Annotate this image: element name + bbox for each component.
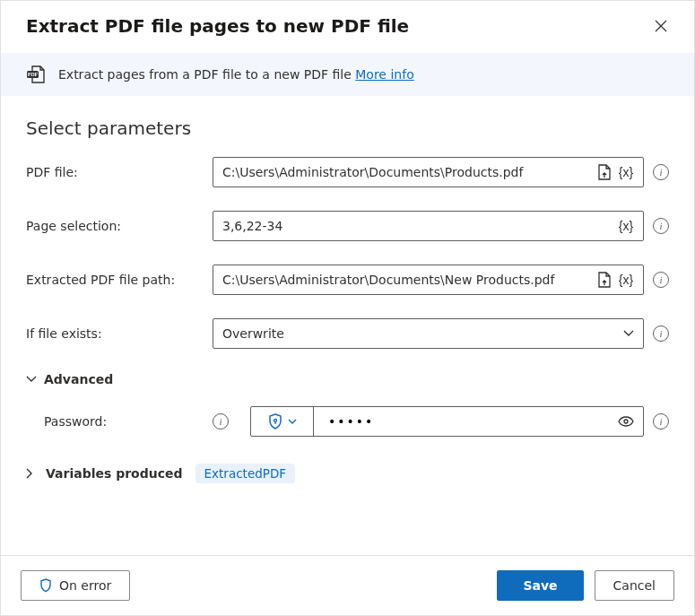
- variable-picker-button[interactable]: {x}: [614, 165, 638, 179]
- page-selection-info-button[interactable]: i: [653, 218, 669, 234]
- if-exists-select[interactable]: Overwrite: [213, 318, 644, 349]
- password-info-button-right[interactable]: i: [653, 413, 669, 429]
- password-label-wrap: Password:: [44, 414, 213, 429]
- password-info-button-left[interactable]: i: [213, 413, 229, 429]
- pdf-file-value: C:\Users\Administrator\Documents\Product…: [222, 165, 595, 179]
- file-picker-button[interactable]: [595, 162, 614, 182]
- chevron-down-icon: [623, 330, 634, 337]
- if-exists-row: If file exists: Overwrite i: [26, 318, 669, 349]
- password-input[interactable]: [314, 407, 643, 436]
- close-button[interactable]: [653, 18, 669, 34]
- chevron-down-icon: [26, 376, 37, 383]
- save-button[interactable]: Save: [497, 570, 583, 601]
- shield-lock-icon: [268, 413, 282, 429]
- pdf-file-info-button[interactable]: i: [653, 164, 669, 180]
- page-selection-input[interactable]: 3,6,22-34 {x}: [213, 211, 644, 241]
- pdf-badge-icon: PDF: [26, 65, 46, 83]
- pdf-file-row: PDF file: C:\Users\Administrator\Documen…: [26, 157, 669, 187]
- dialog-footer: On error Save Cancel: [1, 555, 694, 615]
- if-exists-label: If file exists:: [26, 326, 213, 341]
- save-label: Save: [523, 578, 557, 593]
- svg-text:PDF: PDF: [28, 72, 39, 77]
- variables-produced-label: Variables produced: [46, 466, 183, 481]
- banner-text-content: Extract pages from a PDF file to a new P…: [58, 67, 355, 82]
- more-info-link[interactable]: More info: [355, 67, 413, 82]
- cancel-button[interactable]: Cancel: [595, 570, 674, 601]
- extracted-path-label: Extracted PDF file path:: [26, 273, 213, 287]
- password-value[interactable]: [326, 413, 616, 429]
- pdf-file-label: PDF file:: [26, 165, 213, 179]
- banner-text: Extract pages from a PDF file to a new P…: [58, 67, 414, 82]
- on-error-label: On error: [59, 578, 111, 593]
- svg-point-2: [274, 420, 276, 422]
- extracted-path-row: Extracted PDF file path: C:\Users\Admini…: [26, 265, 669, 295]
- password-row: Password: i i: [44, 406, 669, 437]
- file-arrow-icon: [597, 272, 612, 288]
- extracted-path-info-button[interactable]: i: [653, 272, 669, 288]
- if-exists-input-wrap: Overwrite i: [213, 318, 669, 349]
- shield-icon: [39, 578, 52, 593]
- footer-right: Save Cancel: [497, 570, 674, 601]
- eye-icon: [618, 416, 634, 427]
- if-exists-info-button[interactable]: i: [653, 325, 669, 342]
- page-selection-input-wrap: 3,6,22-34 {x} i: [213, 211, 669, 241]
- page-selection-value: 3,6,22-34: [222, 219, 614, 233]
- advanced-label: Advanced: [44, 372, 113, 386]
- password-compound: [250, 406, 644, 437]
- file-picker-button[interactable]: [595, 270, 614, 290]
- chevron-right-icon: [26, 468, 33, 479]
- extract-pdf-dialog: Extract PDF file pages to new PDF file P…: [0, 0, 695, 616]
- dialog-body: Select parameters PDF file: C:\Users\Adm…: [1, 96, 694, 555]
- chevron-down-icon: [288, 419, 297, 425]
- variable-picker-button[interactable]: {x}: [614, 219, 638, 233]
- advanced-toggle[interactable]: Advanced: [26, 372, 669, 386]
- extracted-path-input-wrap: C:\Users\Administrator\Documents\New Pro…: [213, 265, 669, 295]
- file-arrow-icon: [597, 164, 612, 180]
- close-icon: [655, 20, 667, 32]
- section-title: Select parameters: [26, 117, 669, 139]
- pdf-file-input[interactable]: C:\Users\Administrator\Documents\Product…: [213, 157, 644, 187]
- password-type-picker[interactable]: [251, 407, 314, 436]
- on-error-button[interactable]: On error: [21, 570, 130, 601]
- password-label: Password:: [44, 414, 107, 429]
- dialog-header: Extract PDF file pages to new PDF file: [1, 1, 694, 53]
- description-banner: PDF Extract pages from a PDF file to a n…: [1, 53, 694, 96]
- svg-point-3: [624, 420, 628, 423]
- cancel-label: Cancel: [613, 578, 656, 593]
- if-exists-value: Overwrite: [222, 326, 284, 341]
- extracted-path-value: C:\Users\Administrator\Documents\New Pro…: [222, 273, 595, 287]
- variables-produced-toggle[interactable]: Variables produced ExtractedPDF: [26, 464, 669, 483]
- pdf-file-input-wrap: C:\Users\Administrator\Documents\Product…: [213, 157, 669, 187]
- page-selection-label: Page selection:: [26, 219, 213, 233]
- variable-pill[interactable]: ExtractedPDF: [195, 464, 296, 483]
- variable-picker-button[interactable]: {x}: [614, 273, 638, 287]
- password-reveal-button[interactable]: [616, 412, 636, 431]
- dialog-title: Extract PDF file pages to new PDF file: [26, 15, 409, 37]
- extracted-path-input[interactable]: C:\Users\Administrator\Documents\New Pro…: [213, 265, 644, 295]
- page-selection-row: Page selection: 3,6,22-34 {x} i: [26, 211, 669, 241]
